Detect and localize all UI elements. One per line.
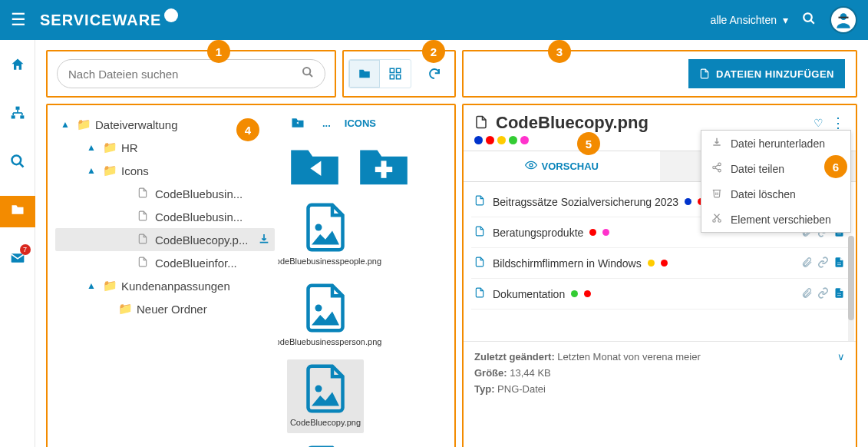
ctx-label: Datei löschen [731,188,796,200]
thumbnail[interactable]: CodeBluebusinesspeople.png [287,198,364,271]
grid-view-button[interactable] [380,60,411,88]
tree-row[interactable]: CodeBluebusin... [55,182,275,205]
nav-mail-icon[interactable]: 7 [0,244,35,276]
trash-icon [711,187,723,200]
share-icon [711,162,723,175]
link-icon[interactable] [817,287,829,301]
ctx-label: Datei teilen [731,163,784,175]
chevron-down-icon[interactable]: ∨ [837,349,845,366]
eye-icon [525,159,537,174]
breadcrumb-dots[interactable]: ... [322,118,331,129]
menu-toggle-icon[interactable]: ☰ [11,10,26,30]
mail-badge: 7 [20,244,31,255]
meta-size-value: 13,44 KB [510,367,551,379]
file-search-input[interactable] [68,68,302,81]
search-icon[interactable] [302,66,314,81]
tag-dot [509,136,517,144]
global-search-icon[interactable] [802,12,816,29]
user-avatar[interactable] [830,6,857,34]
nav-home-icon[interactable] [0,51,35,82]
folder-view-button[interactable] [349,60,380,88]
meta-type-label: Typ: [474,383,494,395]
cut-icon [711,213,723,226]
svg-rect-4 [15,107,19,110]
tree-row[interactable]: ▲📁Kundenanpassungen [55,274,275,297]
doc-icon[interactable] [833,287,845,301]
breadcrumb-current[interactable]: ICONS [345,118,376,129]
file-search-wrapper[interactable] [57,59,325,88]
thumbnail[interactable]: CodeBluebusinessperson.png [287,279,364,352]
nav-search-icon[interactable] [0,147,35,179]
breadcrumb-back-icon[interactable] [287,114,309,131]
svg-line-39 [715,168,718,170]
add-files-button[interactable]: DATEIEN HINZUFÜGEN [688,59,845,88]
ctx-cut[interactable]: Element verschieben [701,207,850,232]
context-menu: Datei herunterladenDatei teilenDatei lös… [701,130,851,233]
meta-changed-label: Zuletzt geändert: [474,351,555,363]
svg-point-22 [315,224,322,231]
folder-new-shortcut[interactable] [356,144,411,189]
annotation-1: 1 [207,40,230,63]
doc-icon[interactable] [833,257,845,270]
file-icon [474,225,487,240]
download-icon [711,137,723,150]
folder-back-shortcut[interactable] [287,144,342,189]
file-grid: ... ICONS CodeBluebusinesspeople.pngCode… [278,105,454,447]
nav-files-icon[interactable] [0,196,35,227]
main-area: 1 2 3 4 5 6 DATEIEN HINZUFÜGEN ▲ [35,40,868,447]
svg-point-36 [713,166,716,169]
svg-point-41 [718,220,721,223]
annotation-6: 6 [824,155,847,178]
more-actions-icon[interactable]: ⋮ [831,114,845,131]
meta-size-label: Größe: [474,367,507,379]
meta-changed-value: Letzten Monat von verena meier [557,351,700,363]
left-nav-rail: 7 [0,40,35,447]
tree-root-label: Dateiverwaltung [95,118,178,131]
tree-row[interactable]: CodeBluecopy.p... [55,228,275,251]
tree-label: HR [121,141,138,154]
tree-row[interactable]: CodeBluebusin... [55,205,275,228]
link-icon[interactable] [817,257,829,270]
annotation-3: 3 [548,40,571,63]
thumbnail[interactable]: CodeBlueinformation.png [287,441,364,447]
attachment-icon[interactable] [801,287,813,301]
ctx-download[interactable]: Datei herunterladen [701,131,850,156]
attachment-icon[interactable] [801,257,813,270]
scrollbar[interactable] [848,236,854,342]
file-icon [474,256,487,270]
tag-dot [571,290,578,297]
app-header: ☰ SERVICEWARE alle Ansichten ▾ [0,0,868,40]
tab-vorschau[interactable]: VORSCHAU [464,151,660,181]
svg-point-14 [303,68,310,74]
meta-type-value: PNG-Datei [497,383,546,395]
tag-dot [520,136,529,144]
ctx-label: Datei herunterladen [731,137,825,150]
ctx-trash[interactable]: Datei löschen [701,181,850,207]
tag-dot [685,198,691,205]
thumb-label: CodeBluecopy.png [290,418,361,428]
usage-row[interactable]: Dokumentation [471,279,848,310]
download-icon[interactable] [258,233,270,247]
svg-rect-18 [390,75,394,79]
usage-label: Beratungsprodukte [493,227,583,239]
folder-open-icon: 📁 [77,118,89,131]
chevron-down-icon: ▾ [783,14,788,26]
tab-label: VORSCHAU [542,161,599,172]
usage-row[interactable]: Bildschirmflimmern in Windows [471,248,848,279]
nav-sitemap-icon[interactable] [0,99,35,131]
svg-point-35 [718,163,721,166]
tag-dot [486,136,494,144]
tree-label: CodeBlueinfor... [155,257,237,270]
views-dropdown[interactable]: alle Ansichten ▾ [711,14,788,26]
svg-point-24 [315,386,322,392]
folder-shortcuts [282,139,450,194]
refresh-button[interactable] [419,60,450,88]
thumbnail[interactable]: CodeBluecopy.png [287,359,364,432]
tree-row[interactable]: CodeBlueinfor... [55,251,275,274]
tree-row[interactable]: ▲📁Icons [55,159,275,182]
favorite-icon[interactable]: ♡ [814,117,823,129]
tag-dot [497,136,506,144]
tree-row[interactable]: 📁Neuer Ordner [55,297,275,320]
tree-label: CodeBluebusin... [155,210,243,224]
usage-actions [801,257,845,270]
